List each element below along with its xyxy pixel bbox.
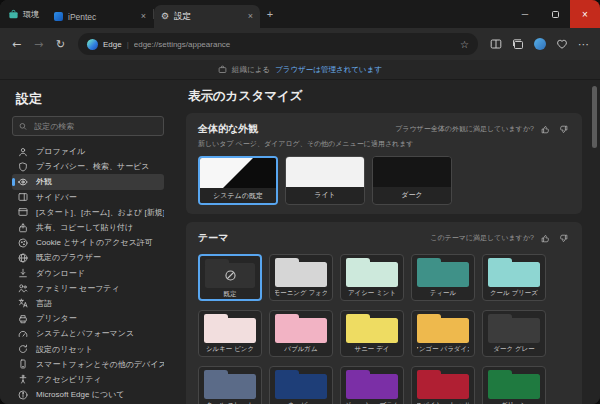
sidebar-item-label: サイドバー — [36, 192, 77, 203]
theme-tile-default[interactable]: 既定 — [198, 254, 262, 301]
theme-swatch — [488, 318, 540, 343]
sidebar-item-system-performance[interactable]: システムとパフォーマンス — [12, 326, 164, 341]
sidebar-item-appearance[interactable]: 外観 — [12, 174, 164, 189]
back-button[interactable]: ← — [6, 34, 27, 55]
close-button[interactable]: × — [570, 0, 600, 28]
overall-appearance-subtitle: 新しいタブ ページ、ダイアログ、その他のメニューに適用されます — [198, 139, 570, 149]
theme-tile-juicy-plum[interactable]: ジューシー プラム — [340, 366, 404, 404]
sidebar-item-phone-devices[interactable]: スマートフォンとその他のデバイス — [12, 357, 164, 372]
sidebar-item-profiles[interactable]: プロファイル — [12, 144, 164, 159]
theme-tile-silky-pink[interactable]: シルキー ピンク — [198, 310, 262, 357]
sidebar-item-privacy[interactable]: プライバシー、検索、サービス — [12, 159, 164, 174]
minimize-button[interactable]: ─ — [510, 0, 540, 28]
thumbs-up-button[interactable] — [539, 232, 552, 245]
maximize-button[interactable] — [540, 0, 570, 28]
vertical-scrollbar[interactable] — [592, 86, 597, 318]
sidebar-item-label: [スタート]、[ホーム]、および [新規] タブ — [36, 207, 164, 218]
theme-label: クール ブリーズ — [488, 287, 540, 300]
theme-tile-icy-mint[interactable]: アイシー ミント — [340, 254, 404, 301]
overall-appearance-heading: 全体的な外観 — [198, 122, 258, 136]
managed-banner-link[interactable]: ブラウザーは管理されています — [275, 65, 382, 75]
printer-icon — [18, 314, 29, 324]
theme-tile-green[interactable]: グリーン — [482, 366, 546, 404]
theme-tile-dark-gray[interactable]: ダーク グレー — [482, 310, 546, 357]
workspace-chip[interactable]: 環境 — [0, 0, 47, 28]
sidebar-item-about-edge[interactable]: Microsoft Edge について — [12, 387, 164, 402]
scrollbar-thumb[interactable] — [592, 86, 597, 148]
favorites-star-icon[interactable]: ☆ — [460, 39, 469, 50]
forward-button[interactable]: → — [28, 34, 49, 55]
theme-tile-mango-paradise[interactable]: マンゴー パラダイス — [411, 310, 475, 357]
search-icon — [19, 122, 27, 131]
theme-label: ネービー — [275, 399, 327, 404]
sidebar-item-family-safety[interactable]: ファミリー セーフティ — [12, 281, 164, 296]
browser-essentials-icon — [556, 38, 568, 50]
sidebar-item-label: ダウンロード — [36, 268, 85, 279]
refresh-button[interactable]: ↻ — [50, 34, 71, 55]
theme-swatch — [275, 318, 327, 343]
person-icon — [18, 147, 29, 157]
family-icon — [18, 283, 29, 293]
new-tab-button[interactable]: + — [260, 4, 280, 24]
sidebar-item-label: システムとパフォーマンス — [36, 328, 134, 339]
theme-label: サニー デイ — [346, 343, 398, 356]
appearance-option-label: ライト — [286, 187, 364, 202]
collections-button[interactable] — [507, 34, 528, 55]
theme-tile-teal[interactable]: ティール — [411, 254, 475, 301]
appearance-option-system-default[interactable]: システムの既定 — [198, 156, 278, 205]
tab-close-icon[interactable]: × — [141, 12, 146, 21]
search-input[interactable] — [32, 121, 157, 132]
thumbs-down-icon — [559, 234, 568, 243]
theme-label: クール スレート — [204, 399, 256, 404]
theme-tile-cool-breeze[interactable]: クール ブリーズ — [482, 254, 546, 301]
thumbs-down-icon — [559, 125, 568, 134]
dark-swatch — [373, 157, 451, 187]
theme-tile-spicy-red[interactable]: スパイシー レッド — [411, 366, 475, 404]
sidebar-item-accessibility[interactable]: アクセシビリティ — [12, 372, 164, 387]
sidebar-item-default-browser[interactable]: 既定のブラウザー — [12, 250, 164, 265]
browser-essentials-button[interactable] — [551, 34, 572, 55]
address-bar[interactable]: Edge | edge://settings/appearance ☆ — [78, 33, 478, 55]
sidebar-item-label: 共有、コピーして貼り付け — [36, 222, 133, 233]
thumbs-down-button[interactable] — [557, 232, 570, 245]
appearance-option-light[interactable]: ライト — [285, 156, 365, 205]
theme-swatch — [204, 318, 256, 343]
sidebar-layout-icon — [18, 192, 29, 202]
title-bar: 環境 iPentec × ⚙ 設定 × + ─ × — [0, 0, 600, 28]
theme-tile-morning-fog[interactable]: モーニング フォグ — [269, 254, 333, 301]
appearance-option-dark[interactable]: ダーク — [372, 156, 452, 205]
appearance-option-label: システムの既定 — [200, 188, 276, 203]
sidebar-item-label: アクセシビリティ — [36, 374, 102, 385]
sidebar-item-sidebar[interactable]: サイドバー — [12, 190, 164, 205]
theme-tile-navy[interactable]: ネービー — [269, 366, 333, 404]
theme-tile-sunny-day[interactable]: サニー デイ — [340, 310, 404, 357]
sidebar-item-downloads[interactable]: ダウンロード — [12, 266, 164, 281]
theme-swatch — [346, 262, 398, 287]
settings-more-button[interactable]: ⋯ — [573, 34, 594, 55]
sidebar-item-printers[interactable]: プリンター — [12, 311, 164, 326]
tab-ipentec[interactable]: iPentec × — [47, 5, 153, 28]
settings-search-box[interactable] — [12, 116, 164, 136]
thumbs-down-button[interactable] — [557, 123, 570, 136]
sidebar-item-label: Microsoft Edge について — [36, 389, 124, 400]
system-default-swatch — [200, 158, 276, 188]
theme-tile-cool-slate[interactable]: クール スレート — [198, 366, 262, 404]
thumbs-up-button[interactable] — [539, 123, 552, 136]
globe-icon — [18, 253, 29, 263]
tab-close-icon[interactable]: × — [248, 12, 253, 21]
profile-button[interactable] — [529, 34, 550, 55]
theme-tile-bubblegum[interactable]: バブルガム — [269, 310, 333, 357]
reset-icon — [18, 344, 29, 354]
sidebar-item-cookies-permissions[interactable]: Cookie とサイトのアクセス許可 — [12, 235, 164, 250]
theme-label: ジューシー プラム — [346, 399, 398, 404]
sidebar-item-share-copy-paste[interactable]: 共有、コピーして貼り付け — [12, 220, 164, 235]
sidebar-item-label: ファミリー セーフティ — [36, 283, 120, 294]
sidebar-item-reset-settings[interactable]: 設定のリセット — [12, 341, 164, 356]
theme-swatch — [346, 374, 398, 399]
tab-settings[interactable]: ⚙ 設定 × — [154, 5, 260, 28]
theme-label: グリーン — [488, 399, 540, 404]
split-screen-button[interactable] — [485, 34, 506, 55]
address-url[interactable]: edge://settings/appearance — [134, 40, 455, 49]
sidebar-item-start-home-tabs[interactable]: [スタート]、[ホーム]、および [新規] タブ — [12, 205, 164, 220]
sidebar-item-languages[interactable]: 言語 — [12, 296, 164, 311]
